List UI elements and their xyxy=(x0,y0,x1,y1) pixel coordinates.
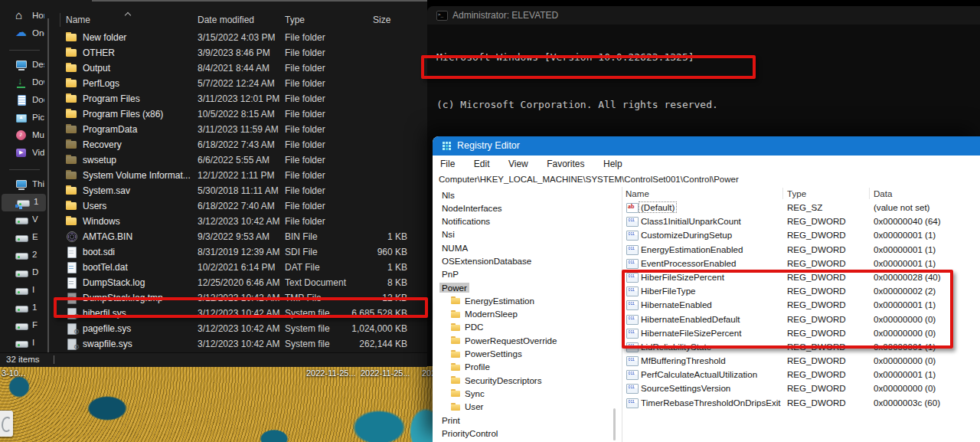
file-row[interactable]: Output 8/4/2021 8:44 AM File folder xyxy=(60,61,420,76)
registry-key-label: NodeInterfaces xyxy=(442,203,502,213)
sidebar-item[interactable]: Home xyxy=(0,8,47,25)
desktop-icon-label[interactable]: 2022-11-25... xyxy=(306,368,356,378)
menu-item[interactable]: Edit xyxy=(466,156,498,172)
registry-tree-item[interactable]: PriorityControl xyxy=(433,427,621,440)
column-divider[interactable] xyxy=(60,13,60,27)
registry-tree-item[interactable]: PowerRequestOverride xyxy=(433,334,621,347)
column-header-date-modified[interactable]: Date modified xyxy=(198,15,254,25)
values-column-type[interactable]: Type xyxy=(787,188,806,198)
file-type: File folder xyxy=(285,109,325,120)
sidebar-item[interactable]: F xyxy=(0,317,47,335)
file-row[interactable]: Users 6/18/2022 7:40 AM File folder xyxy=(60,198,420,214)
sidebar-item[interactable]: This PC xyxy=(0,176,47,194)
file-row[interactable]: ProgramData 3/11/2023 11:59 AM File fold… xyxy=(60,122,420,137)
registry-tree-item[interactable]: PnP xyxy=(433,268,621,281)
cmd-title-bar[interactable]: Administrator: ELEVATED xyxy=(427,6,980,25)
file-row[interactable]: Windows 3/12/2023 10:42 AM File folder xyxy=(60,214,420,229)
registry-tree-item[interactable]: Nls xyxy=(433,188,621,201)
registry-value-row[interactable]: TimerRebaseThresholdOnDripsExit REG_DWOR… xyxy=(622,396,980,410)
sidebar-item[interactable]: OneDrive xyxy=(0,25,47,43)
menu-item[interactable]: File xyxy=(433,156,462,172)
sidebar-item[interactable]: Videos xyxy=(0,145,47,162)
registry-tree-item[interactable]: Notifications xyxy=(433,215,621,228)
registry-tree-item[interactable]: Nsi xyxy=(433,228,621,241)
menu-item[interactable]: Help xyxy=(596,156,630,172)
file-row[interactable]: DumpStack.log 12/25/2020 6:46 AM Text Do… xyxy=(60,275,420,290)
file-row[interactable]: bootTel.dat 10/2/2021 6:14 PM DAT File 1… xyxy=(60,260,420,275)
column-header-size[interactable]: Size xyxy=(373,15,390,25)
sidebar-item[interactable]: 1 xyxy=(2,194,46,211)
registry-tree-item[interactable]: Power xyxy=(433,281,621,294)
registry-value-row[interactable]: PerfCalculateActualUtilization REG_DWORD… xyxy=(622,368,980,381)
values-column-data[interactable]: Data xyxy=(874,188,893,198)
registry-tree-item[interactable]: Profile xyxy=(433,361,621,374)
file-date-modified: 5/30/2018 11:11 AM xyxy=(198,185,279,196)
file-row[interactable]: pagefile.sys 3/12/2023 10:42 AM System f… xyxy=(60,321,420,336)
file-row[interactable]: Program Files (x86) 10/5/2022 8:15 AM Fi… xyxy=(60,106,420,122)
file-row[interactable]: swapfile.sys 3/12/2023 10:42 AM System f… xyxy=(60,336,420,352)
registry-tree-item[interactable]: EnergyEstimation xyxy=(433,294,621,307)
sidebar-item[interactable]: I xyxy=(0,335,47,352)
registry-value-type-icon xyxy=(626,245,639,255)
menu-item[interactable]: View xyxy=(501,156,536,172)
registry-tree-item[interactable]: PowerSettings xyxy=(433,348,621,361)
sidebar-item[interactable]: I xyxy=(0,282,47,300)
registry-tree-item[interactable]: ModernSleep xyxy=(433,308,621,321)
registry-value-row[interactable]: MfBufferingThreshold REG_DWORD 0x0000000… xyxy=(622,354,980,368)
regedit-title-bar[interactable]: Registry Editor xyxy=(433,136,980,156)
desktop-icon-label[interactable]: 3-10... xyxy=(2,368,25,378)
file-row[interactable]: PerfLogs 5/7/2022 12:24 AM File folder xyxy=(60,76,420,91)
registry-tree-item[interactable]: OSExtensionDatabase xyxy=(433,254,621,267)
file-row[interactable]: boot.sdi 8/31/2019 12:39 AM SDI File 960… xyxy=(60,244,420,260)
desktop-app-icon[interactable] xyxy=(0,411,13,437)
file-row[interactable]: New folder 3/15/2022 4:03 PM File folder xyxy=(60,30,420,45)
registry-value-row[interactable]: EventProcessorEnabled REG_DWORD 0x000000… xyxy=(622,257,980,270)
file-row[interactable]: Recovery 6/18/2022 7:43 AM File folder xyxy=(60,137,420,152)
registry-tree-item[interactable]: Print xyxy=(433,414,621,427)
registry-tree-item[interactable]: User xyxy=(433,401,621,414)
registry-tree-item[interactable]: NUMA xyxy=(433,241,621,254)
sidebar-item[interactable]: Pictures xyxy=(0,110,47,127)
menu-item[interactable]: Favorites xyxy=(539,156,592,172)
sidebar-scrollbar[interactable] xyxy=(47,18,49,354)
desktop-wallpaper: 3-10... 2022-11-25... 2022-11-25... 202.… xyxy=(0,366,433,442)
column-header-name[interactable]: Name xyxy=(66,15,90,25)
file-icon xyxy=(66,247,78,257)
file-row[interactable]: Program Files 3/11/2023 12:01 PM File fo… xyxy=(60,91,420,106)
file-row[interactable]: swsetup 6/6/2022 5:55 AM File folder xyxy=(60,152,420,168)
file-date-modified: 3/11/2023 11:59 AM xyxy=(198,124,279,135)
registry-value-row[interactable]: CustomizeDuringSetup REG_DWORD 0x0000000… xyxy=(622,228,980,242)
sidebar-item[interactable]: Music xyxy=(0,127,47,145)
sidebar-item[interactable] xyxy=(0,43,47,57)
sort-ascending-icon[interactable] xyxy=(126,11,131,16)
sidebar-item[interactable]: Downloads xyxy=(0,74,47,92)
sidebar-item[interactable]: 1 xyxy=(0,300,47,317)
registry-value-row[interactable]: Class1InitialUnparkCount REG_DWORD 0x000… xyxy=(622,214,980,228)
sidebar-item[interactable]: V xyxy=(0,211,47,229)
registry-tree-item[interactable]: PDC xyxy=(433,321,621,334)
sidebar-item[interactable]: D xyxy=(0,264,47,282)
registry-tree-item[interactable]: NodeInterfaces xyxy=(433,201,621,214)
column-divider[interactable] xyxy=(782,188,783,199)
file-row[interactable]: AMTAG.BIN 9/3/2022 9:53 AM BIN File 1 KB xyxy=(60,229,420,244)
registry-value-name: SourceSettingsVersion xyxy=(641,383,730,393)
values-column-name[interactable]: Name xyxy=(626,188,649,198)
file-row[interactable]: OTHER 3/9/2023 8:46 PM File folder xyxy=(60,45,420,61)
file-row[interactable]: System.sav 5/30/2018 11:11 AM File folde… xyxy=(60,183,420,198)
sidebar-item[interactable] xyxy=(0,162,47,176)
registry-value-row[interactable]: (Default) REG_SZ (value not set) xyxy=(622,201,980,214)
registry-tree-item[interactable]: Sync xyxy=(433,387,621,400)
file-row[interactable]: System Volume Informat... 12/1/2022 1:11… xyxy=(60,168,420,183)
sidebar-item[interactable]: E xyxy=(0,229,47,247)
regedit-address-bar[interactable]: Computer\HKEY_LOCAL_MACHINE\SYSTEM\Contr… xyxy=(433,172,980,188)
tree-scrollbar-thumb[interactable] xyxy=(613,408,616,440)
sidebar-item[interactable]: Documents xyxy=(0,92,47,110)
column-divider[interactable] xyxy=(869,188,870,199)
column-header-type[interactable]: Type xyxy=(285,15,305,25)
sidebar-item[interactable]: 2 xyxy=(0,247,47,264)
registry-value-row[interactable]: EnergyEstimationEnabled REG_DWORD 0x0000… xyxy=(622,243,980,257)
sidebar-item[interactable]: Desktop xyxy=(0,57,47,74)
registry-tree-item[interactable]: SecurityDescriptors xyxy=(433,374,621,387)
desktop-icon-label[interactable]: 2022-11-25... xyxy=(361,368,410,378)
registry-value-row[interactable]: SourceSettingsVersion REG_DWORD 0x000000… xyxy=(622,381,980,395)
